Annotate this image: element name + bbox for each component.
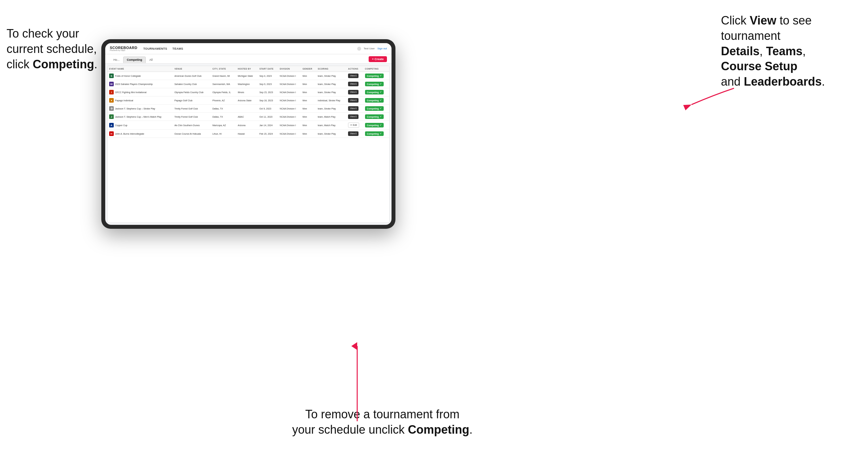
date-cell: Feb 15, 2024 bbox=[258, 130, 278, 138]
table-row: I OFCC Fighting Illini Invitational Olym… bbox=[107, 88, 389, 96]
event-name: OFCC Fighting Illini Invitational bbox=[115, 91, 147, 93]
tab-competing[interactable]: Competing bbox=[123, 57, 146, 63]
actions-cell[interactable]: View ℹ bbox=[346, 80, 364, 88]
city-cell: Maricopa, AZ bbox=[211, 121, 236, 130]
division-cell: NCAA Division I bbox=[278, 80, 301, 88]
col-actions: ACTIONS bbox=[346, 66, 364, 72]
col-event-name: EVENT NAME bbox=[107, 66, 173, 72]
competing-cell[interactable]: Competing bbox=[364, 88, 389, 96]
venue-cell: Ak-Chin Southern Dunes bbox=[173, 121, 211, 130]
scoring-cell: team, Stroke Play bbox=[316, 72, 346, 80]
competing-badge[interactable]: Competing bbox=[365, 131, 384, 136]
competing-cell[interactable]: Competing bbox=[364, 130, 389, 138]
city-cell: Dallas, TX bbox=[211, 104, 236, 113]
competing-cell[interactable]: Competing bbox=[364, 104, 389, 113]
competing-badge[interactable]: Competing bbox=[365, 82, 384, 86]
actions-cell[interactable]: View ℹ bbox=[346, 72, 364, 80]
signout-link[interactable]: Sign out bbox=[377, 47, 387, 50]
col-division: DIVISION bbox=[278, 66, 301, 72]
hosted-cell: Arizona State bbox=[236, 96, 258, 104]
competing-badge[interactable]: Competing bbox=[365, 106, 384, 111]
competing-cell[interactable]: Competing bbox=[364, 96, 389, 104]
annotation-bottom-center: To remove a tournament from your schedul… bbox=[268, 407, 497, 438]
view-button[interactable]: View ℹ bbox=[348, 98, 359, 103]
competing-badge[interactable]: Competing bbox=[365, 98, 384, 103]
table-body: S Folds of Honor Collegiate American Dun… bbox=[107, 72, 389, 138]
competing-cell[interactable]: Competing bbox=[364, 121, 389, 130]
tab-all[interactable]: All bbox=[146, 57, 156, 63]
competing-badge[interactable]: Competing bbox=[365, 123, 384, 127]
table-row: W 2023 Sahalee Players Championship Saha… bbox=[107, 80, 389, 88]
venue-cell: American Dunes Golf Club bbox=[173, 72, 211, 80]
col-hosted-by: HOSTED BY bbox=[236, 66, 258, 72]
actions-cell[interactable]: View ℹ bbox=[346, 113, 364, 121]
actions-cell[interactable]: View ℹ bbox=[346, 104, 364, 113]
nav-tournaments[interactable]: TOURNAMENTS bbox=[143, 47, 167, 50]
division-cell: NCAA Division I bbox=[278, 104, 301, 113]
event-name: Copper Cup bbox=[115, 124, 127, 126]
team-logo: J bbox=[109, 114, 114, 119]
view-button[interactable]: View ℹ bbox=[348, 131, 359, 136]
tab-home[interactable]: Ho... bbox=[110, 57, 123, 63]
competing-badge[interactable]: Competing bbox=[365, 90, 384, 94]
arrow-view-btn bbox=[672, 85, 737, 111]
hosted-cell: Illinois bbox=[236, 88, 258, 96]
competing-cell[interactable]: Competing bbox=[364, 80, 389, 88]
view-button[interactable]: View ℹ bbox=[348, 82, 359, 86]
table-row: S Folds of Honor Collegiate American Dun… bbox=[107, 72, 389, 80]
table-row: J Jackson T. Stephens Cup – Men's Match … bbox=[107, 113, 389, 121]
tournaments-table: EVENT NAME VENUE CITY, STATE HOSTED BY S… bbox=[107, 66, 389, 138]
view-button[interactable]: View ℹ bbox=[348, 73, 359, 78]
gender-cell: Men bbox=[301, 80, 316, 88]
division-cell: NCAA Division I bbox=[278, 130, 301, 138]
actions-cell[interactable]: View ℹ bbox=[346, 130, 364, 138]
edit-button[interactable]: ✏ Edit bbox=[348, 123, 359, 128]
venue-cell: Sahalee Country Club bbox=[173, 80, 211, 88]
competing-badge[interactable]: Competing bbox=[365, 73, 384, 78]
actions-cell[interactable]: ✏ Edit bbox=[346, 121, 364, 130]
event-name-cell: W 2023 Sahalee Players Championship bbox=[107, 80, 173, 88]
view-button[interactable]: View ℹ bbox=[348, 90, 359, 94]
scoring-cell: team, Match Play bbox=[316, 121, 346, 130]
actions-cell[interactable]: View ℹ bbox=[346, 96, 364, 104]
view-button[interactable]: View ℹ bbox=[348, 106, 359, 111]
scoring-cell: team, Match Play bbox=[316, 113, 346, 121]
col-competing: COMPETING bbox=[364, 66, 389, 72]
competing-badge[interactable]: Competing bbox=[365, 114, 384, 119]
tablet-screen: SCOREBOARD Powered by clippi TOURNAMENTS… bbox=[105, 43, 392, 225]
col-venue: VENUE bbox=[173, 66, 211, 72]
city-cell: Olympia Fields, IL bbox=[211, 88, 236, 96]
event-name: Jackson T. Stephens Cup – Men's Match Pl… bbox=[115, 116, 161, 118]
competing-cell[interactable]: Competing bbox=[364, 72, 389, 80]
city-cell: Sammamish, WA bbox=[211, 80, 236, 88]
gender-cell: Men bbox=[301, 72, 316, 80]
user-name: Test User bbox=[364, 47, 375, 50]
nav-items: TOURNAMENTS TEAMS bbox=[143, 47, 183, 50]
scoring-cell: team, Stroke Play bbox=[316, 88, 346, 96]
team-logo: W bbox=[109, 82, 114, 86]
team-logo: H bbox=[109, 131, 114, 136]
division-cell: NCAA Division I bbox=[278, 72, 301, 80]
date-cell: Oct 9, 2023 bbox=[258, 104, 278, 113]
date-cell: Jan 14, 2024 bbox=[258, 121, 278, 130]
header-right: Test User Sign out bbox=[357, 47, 387, 51]
actions-cell[interactable]: View ℹ bbox=[346, 88, 364, 96]
competing-cell[interactable]: Competing bbox=[364, 113, 389, 121]
create-button[interactable]: + Create bbox=[369, 56, 387, 62]
scoring-cell: team, Stroke Play bbox=[316, 80, 346, 88]
event-name-cell: ♦ Papago Individual bbox=[107, 96, 173, 104]
event-name-cell: H John A. Burns Intercollegiate bbox=[107, 130, 173, 138]
city-cell: Phoenix, AZ bbox=[211, 96, 236, 104]
view-button[interactable]: View ℹ bbox=[348, 114, 359, 119]
hosted-cell: Michigan State bbox=[236, 72, 258, 80]
logo-sub-text: Powered by clippi bbox=[110, 49, 137, 51]
gender-cell: Men bbox=[301, 104, 316, 113]
table-header-row: EVENT NAME VENUE CITY, STATE HOSTED BY S… bbox=[107, 66, 389, 72]
event-name-cell: ⚙ Jackson T. Stephens Cup – Stroke Play bbox=[107, 104, 173, 113]
app-header: SCOREBOARD Powered by clippi TOURNAMENTS… bbox=[105, 43, 392, 54]
nav-teams[interactable]: TEAMS bbox=[173, 47, 183, 50]
event-name-cell: A Copper Cup bbox=[107, 121, 173, 130]
hosted-cell: Arizona bbox=[236, 121, 258, 130]
division-cell: NCAA Division I bbox=[278, 113, 301, 121]
division-cell: NCAA Division I bbox=[278, 96, 301, 104]
